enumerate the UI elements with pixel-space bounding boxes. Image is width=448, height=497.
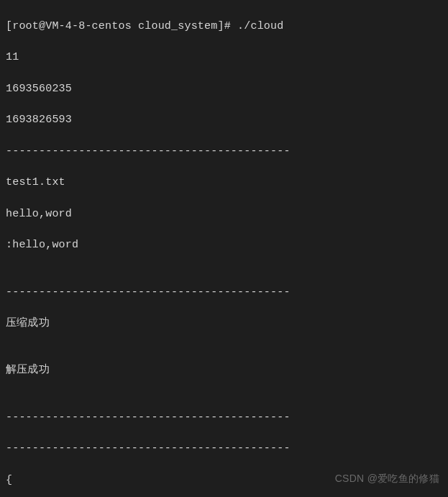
terminal-output: [root@VM-4-8-centos cloud_system]# ./clo…: [6, 3, 442, 497]
output-line: :hello,word: [6, 237, 442, 253]
decompress-status: 解压成功: [6, 363, 442, 378]
output-timestamp: 1693560235: [6, 81, 442, 97]
shell-prompt: [root@VM-4-8-centos cloud_system]# ./clo…: [6, 19, 442, 35]
divider: ----------------------------------------…: [6, 285, 442, 301]
compress-status: 压缩成功: [6, 316, 442, 332]
divider: ----------------------------------------…: [6, 410, 442, 426]
divider: ----------------------------------------…: [6, 144, 442, 160]
watermark: CSDN @爱吃鱼的修猫: [335, 471, 439, 485]
output-line: 11: [6, 50, 442, 65]
output-timestamp: 1693826593: [6, 112, 442, 128]
divider: ----------------------------------------…: [6, 441, 442, 457]
output-filename: test1.txt: [6, 175, 442, 191]
output-line: hello,word: [6, 206, 442, 222]
